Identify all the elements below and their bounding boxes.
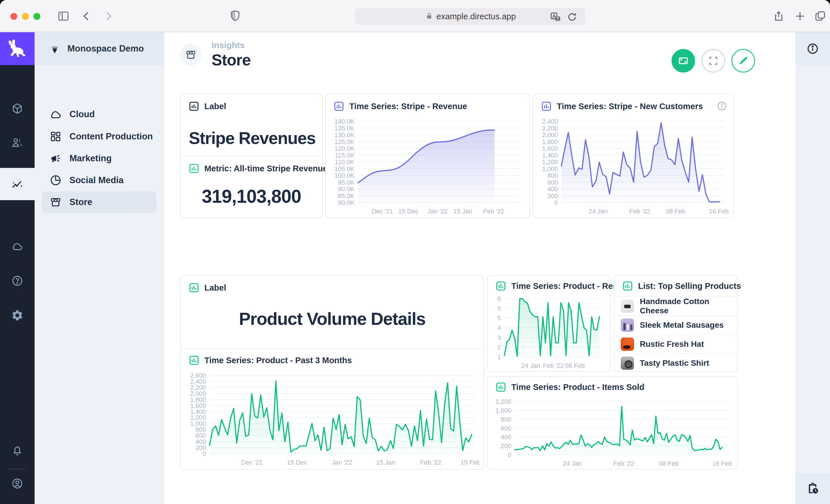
notifications-bell-icon[interactable] <box>11 444 24 457</box>
stripe-revenue-chart: 140.0K135.0K130.0K125.0K120.0K115.0K110.… <box>330 116 526 216</box>
insights-icon <box>11 177 24 191</box>
past-3-months-chart: 2,6002,4002,2002,0001,8001,6001,4001,200… <box>185 371 480 467</box>
svg-text:08 Feb: 08 Feb <box>659 460 679 467</box>
directus-logo[interactable] <box>0 32 35 65</box>
sidebar-item-cloud[interactable]: Cloud <box>42 104 157 125</box>
svg-text:1,000: 1,000 <box>496 407 511 414</box>
help-icon[interactable] <box>11 274 24 287</box>
svg-text:Dec '21: Dec '21 <box>372 208 393 215</box>
svg-text:800: 800 <box>547 172 558 179</box>
fullscreen-icon <box>707 55 719 67</box>
navigation-sidebar: Monospace Demo Cloud Content Production … <box>35 32 164 504</box>
settings-gear-icon[interactable] <box>11 309 24 322</box>
list-item[interactable]: Handmade Cotton Cheese <box>614 296 737 315</box>
edit-dashboard-button[interactable] <box>731 49 755 73</box>
browser-toolbar: example.directus.app A文 <box>0 0 830 32</box>
sidebar-item-content-production[interactable]: Content Production <box>42 126 157 147</box>
svg-text:16 Feb: 16 Feb <box>709 208 729 215</box>
panel-header: Label <box>204 283 226 293</box>
panel-type-icon <box>495 280 507 292</box>
close-window-button[interactable] <box>10 13 17 20</box>
new-tab-icon[interactable] <box>793 9 807 23</box>
svg-text:4: 4 <box>498 324 501 332</box>
zoom-window-button[interactable] <box>33 13 40 20</box>
tab-overview-icon[interactable] <box>813 9 827 23</box>
panel-info-icon[interactable] <box>716 101 727 112</box>
svg-text:Feb '22: Feb '22 <box>613 460 634 467</box>
minimize-window-button[interactable] <box>22 13 29 20</box>
svg-text:Jan '22: Jan '22 <box>332 459 352 466</box>
sidebar-item-marketing[interactable]: Marketing <box>42 148 157 169</box>
panel-list-top-selling-products[interactable]: List: Top Selling Products Handmade Cott… <box>614 275 738 372</box>
sidebar-item-label: Store <box>69 197 92 207</box>
megaphone-icon <box>49 152 62 165</box>
svg-text:1,800: 1,800 <box>542 138 558 145</box>
svg-text:08 Feb: 08 Feb <box>666 208 685 215</box>
directus-app: Monospace Demo Cloud Content Production … <box>0 32 830 504</box>
privacy-shield-icon[interactable] <box>228 9 243 24</box>
svg-text:5: 5 <box>498 314 501 322</box>
forward-icon[interactable] <box>101 9 115 23</box>
list-item[interactable]: Sleek Metal Sausages <box>614 315 737 334</box>
panel-type-icon <box>495 381 507 393</box>
storefront-icon <box>185 49 197 61</box>
panel-label-stripe-revenues[interactable]: Label Stripe Revenues Metric: All-time S… <box>180 94 323 218</box>
url-text: example.directus.app <box>436 12 516 21</box>
address-bar[interactable]: example.directus.app A文 <box>355 8 585 25</box>
activity-sidebar-toggle[interactable] <box>795 473 830 504</box>
svg-text:15 Dec: 15 Dec <box>287 459 307 466</box>
list-item[interactable]: Tasty Plastic Shirt <box>614 354 737 372</box>
project-chooser[interactable]: Monospace Demo <box>35 32 164 65</box>
fullscreen-button[interactable] <box>701 49 725 73</box>
svg-text:105.0K: 105.0K <box>334 165 354 172</box>
panel-time-series-new-customers[interactable]: Time Series: Stripe - New Customers 2,40… <box>533 94 734 218</box>
insights-module-active[interactable] <box>0 168 35 200</box>
back-icon[interactable] <box>79 9 93 23</box>
sidebar-item-social-media[interactable]: Social Media <box>42 170 157 191</box>
user-avatar[interactable] <box>11 477 24 490</box>
list-item[interactable]: Rustic Fresh Hat <box>614 334 737 354</box>
svg-text:0: 0 <box>554 199 558 206</box>
panel-product-volume[interactable]: Label Product Volume Details Time Series… <box>180 275 484 470</box>
panel-type-icon <box>188 355 200 366</box>
cloud-module-icon[interactable] <box>11 240 24 253</box>
svg-text:125.0K: 125.0K <box>334 138 354 145</box>
product-thumbnail <box>621 357 634 370</box>
svg-text:2,400: 2,400 <box>542 118 558 125</box>
panel-time-series-items-sold[interactable]: Time Series: Product - Items Sold 1,2001… <box>487 376 738 470</box>
grid-icon <box>49 130 62 143</box>
module-bar <box>0 32 35 504</box>
reload-icon[interactable] <box>566 11 578 24</box>
svg-text:Feb '22: Feb '22 <box>420 459 441 466</box>
svg-text:200: 200 <box>501 442 511 449</box>
items-sold-chart: 1,2001,000800600400200024 JanFeb '2208 F… <box>492 397 734 468</box>
panel-time-series-stripe-revenue[interactable]: Time Series: Stripe - Revenue 140.0K135.… <box>325 94 530 218</box>
svg-text:6: 6 <box>498 295 501 302</box>
svg-text:08 Feb: 08 Feb <box>565 362 585 369</box>
rabbit-logo-icon <box>6 38 28 60</box>
svg-text:80.0K: 80.0K <box>338 199 355 206</box>
svg-text:95.0K: 95.0K <box>338 179 355 186</box>
share-icon[interactable] <box>772 9 786 23</box>
toggle-sidebar-icon[interactable] <box>57 9 70 23</box>
panel-type-icon <box>188 282 200 294</box>
svg-text:15 Jan: 15 Jan <box>376 459 395 466</box>
svg-text:1: 1 <box>498 354 501 361</box>
panel-time-series-restocks[interactable]: Time Series: Product - Restocks 65543212… <box>487 275 611 372</box>
translate-icon[interactable]: A文 <box>549 11 562 25</box>
clipboard-clock-icon <box>806 482 819 495</box>
content-module-cube-icon[interactable] <box>11 102 24 115</box>
svg-text:15 Jan: 15 Jan <box>453 208 472 215</box>
product-thumbnail <box>621 318 634 332</box>
svg-text:Feb '22: Feb '22 <box>483 208 504 215</box>
svg-text:90.0K: 90.0K <box>338 186 355 193</box>
users-module-icon[interactable] <box>11 136 24 149</box>
panel-type-icon <box>188 101 200 112</box>
zoom-to-fit-button[interactable] <box>671 49 695 73</box>
breadcrumb[interactable]: Insights <box>212 40 251 50</box>
sidebar-item-store[interactable]: Store <box>42 192 157 213</box>
info-sidebar-toggle[interactable] <box>795 32 830 65</box>
insights-dashboard: Insights Store Label <box>164 32 795 504</box>
panel-header: Metric: All-time Stripe Revenues <box>204 164 332 173</box>
svg-text:Feb '22: Feb '22 <box>543 362 564 369</box>
